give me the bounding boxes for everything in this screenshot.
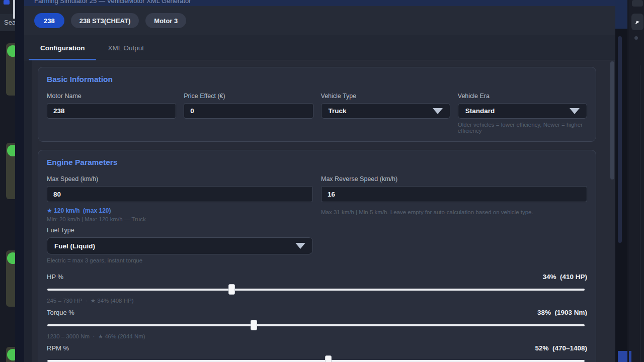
fuel-type-select[interactable]: Fuel (Liquid): [47, 237, 313, 254]
torque-slider-row: Torque % 38% (1903 Nm) 1230 – 3000 Nm · …: [47, 309, 587, 340]
background-list-item[interactable]: [6, 250, 15, 307]
background-list-item[interactable]: [6, 143, 15, 199]
vehicle-era-label: Vehicle Era: [458, 93, 587, 100]
background-list-item[interactable]: [6, 43, 15, 96]
motor-tabs: 238 238 ST3(CHEAT) Motor 3: [24, 6, 615, 35]
hp-slider-track[interactable]: [47, 289, 585, 291]
dialog-scroll-gutter: [615, 0, 629, 362]
search-label: Sea: [4, 19, 15, 26]
rpm-slider[interactable]: [47, 355, 587, 362]
basic-fields-row: Motor Name Price Effect (€) Vehicle Type…: [47, 93, 587, 134]
section-title-engine-parameters: Engine Parameters: [47, 158, 587, 167]
tab-xml-output[interactable]: XML Output: [96, 35, 155, 60]
max-speed-column: Max Speed (km/h) ★ 120 km/h (max 120) Mi…: [47, 175, 313, 263]
section-title-basic-information: Basic Information: [47, 75, 587, 84]
cursor-tool-button[interactable]: [631, 14, 643, 30]
configuration-panel: Basic Information Motor Name Price Effec…: [32, 60, 615, 362]
dialog-header: Farming Simulator 25 — VehicleMotor XML …: [24, 0, 615, 6]
basic-information-section: Basic Information Motor Name Price Effec…: [38, 67, 596, 142]
background-blue-element: [618, 351, 627, 362]
hp-slider[interactable]: [47, 284, 587, 295]
vehicle-era-select[interactable]: Standard: [458, 103, 587, 119]
motor-name-input[interactable]: [47, 103, 176, 119]
content-scrollbar-thumb[interactable]: [610, 61, 614, 179]
dialog-scrollbar-thumb[interactable]: [618, 36, 622, 243]
background-list-item[interactable]: [6, 347, 15, 362]
price-effect-input[interactable]: [184, 103, 313, 119]
motor-tab-238-st3-cheat[interactable]: 238 ST3(CHEAT): [71, 13, 139, 28]
torque-slider-value: 38% (1903 Nm): [537, 309, 587, 316]
hp-slider-label: HP %: [47, 273, 63, 281]
background-dot: [634, 36, 638, 40]
background-scrollbar[interactable]: [13, 0, 15, 19]
background-app-right: [629, 0, 644, 362]
vehicle-type-value: Truck: [329, 107, 347, 115]
dialog-edge: [615, 0, 627, 29]
vehicle-motor-dialog: Farming Simulator 25 — VehicleMotor XML …: [24, 0, 629, 362]
max-speed-label: Max Speed (km/h): [47, 175, 313, 183]
background-divider: [640, 65, 640, 362]
max-reverse-speed-column: Max Reverse Speed (km/h) Max 31 km/h | M…: [321, 175, 587, 215]
engine-parameters-section: Engine Parameters Max Speed (km/h) ★ 120…: [38, 150, 596, 362]
max-speed-star-hint: ★ 120 km/h (max 120): [47, 207, 313, 214]
rpm-slider-label: RPM %: [47, 344, 69, 352]
torque-slider-label: Torque %: [47, 309, 74, 316]
motor-name-label: Motor Name: [47, 93, 176, 100]
rpm-slider-thumb[interactable]: [325, 355, 332, 362]
price-effect-field: Price Effect (€): [184, 93, 313, 134]
chevron-down-icon: [295, 243, 305, 249]
torque-slider-hint: 1230 – 3000 Nm · ★ 46% (2044 Nm): [47, 333, 587, 340]
background-blue-element: [629, 351, 631, 362]
hp-slider-hint: 245 – 730 HP · ★ 34% (408 HP): [47, 297, 587, 304]
background-app-left: Sea: [0, 0, 15, 362]
engine-fields-row: Max Speed (km/h) ★ 120 km/h (max 120) Mi…: [47, 175, 587, 263]
tab-configuration-label: Configuration: [40, 44, 85, 52]
hp-slider-value: 34% (410 HP): [542, 273, 587, 281]
dialog-title: Farming Simulator 25 — VehicleMotor XML …: [34, 0, 191, 5]
vehicle-type-label: Vehicle Type: [321, 93, 450, 100]
rpm-slider-row: RPM % 52% (470–1408) 550 – 2200 RPM · ★ …: [47, 344, 587, 362]
max-speed-range-hint: Min: 20 km/h | Max: 120 km/h — Truck: [47, 216, 313, 222]
torque-slider[interactable]: [47, 320, 587, 331]
fuel-type-value: Fuel (Liquid): [54, 242, 95, 250]
price-effect-label: Price Effect (€): [184, 93, 313, 100]
motor-tab-238[interactable]: 238: [34, 13, 64, 28]
chevron-down-icon: [433, 108, 443, 114]
hp-slider-thumb[interactable]: [228, 284, 235, 295]
vehicle-era-hint: Older vehicles = lower efficiency, Newer…: [458, 122, 587, 134]
max-speed-input[interactable]: [47, 186, 313, 202]
fuel-type-label: Fuel Type: [47, 227, 313, 234]
torque-slider-thumb[interactable]: [251, 320, 257, 330]
view-tabs: Configuration XML Output: [24, 35, 615, 60]
vehicle-type-select[interactable]: Truck: [321, 103, 450, 119]
rpm-slider-track[interactable]: [47, 360, 585, 362]
vehicle-type-field: Vehicle Type Truck: [321, 93, 450, 134]
screen: Sea Farming Simulator 25 — VehicleMotor …: [0, 0, 644, 362]
chevron-down-icon: [570, 108, 580, 114]
rpm-slider-value: 52% (470–1408): [535, 344, 587, 352]
cursor-icon: [634, 19, 641, 26]
vehicle-era-value: Standard: [465, 107, 495, 115]
engine-sliders: HP % 34% (410 HP) 245 – 730 HP · ★ 34% (…: [47, 273, 587, 362]
motor-tab-motor-3[interactable]: Motor 3: [145, 13, 186, 28]
background-button[interactable]: [632, 0, 643, 7]
tab-configuration[interactable]: Configuration: [29, 35, 96, 60]
hp-slider-row: HP % 34% (410 HP) 245 – 730 HP · ★ 34% (…: [47, 273, 587, 304]
motor-name-field: Motor Name: [47, 93, 176, 134]
tab-xml-output-label: XML Output: [108, 44, 144, 52]
background-blue-chip: [4, 0, 10, 5]
max-reverse-speed-input[interactable]: [321, 186, 587, 202]
vehicle-era-field: Vehicle Era Standard Older vehicles = lo…: [458, 93, 587, 134]
max-reverse-speed-hint: Max 31 km/h | Min 5 km/h. Leave empty fo…: [321, 209, 587, 215]
fuel-type-hint: Electric = max 3 gears, instant torque: [47, 257, 313, 263]
torque-slider-track[interactable]: [47, 324, 585, 326]
modal-dim-overlay: [15, 0, 24, 362]
max-reverse-speed-label: Max Reverse Speed (km/h): [321, 175, 587, 183]
